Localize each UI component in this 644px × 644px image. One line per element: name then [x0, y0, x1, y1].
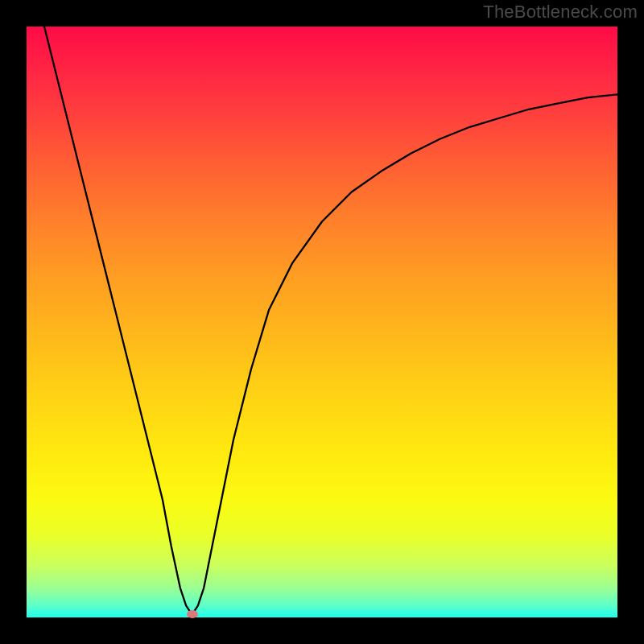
plot-area: [27, 27, 617, 617]
watermark-text: TheBottleneck.com: [483, 2, 638, 23]
chart-frame: TheBottleneck.com: [0, 0, 644, 644]
curve-line: [27, 27, 617, 617]
dip-marker: [187, 610, 198, 618]
